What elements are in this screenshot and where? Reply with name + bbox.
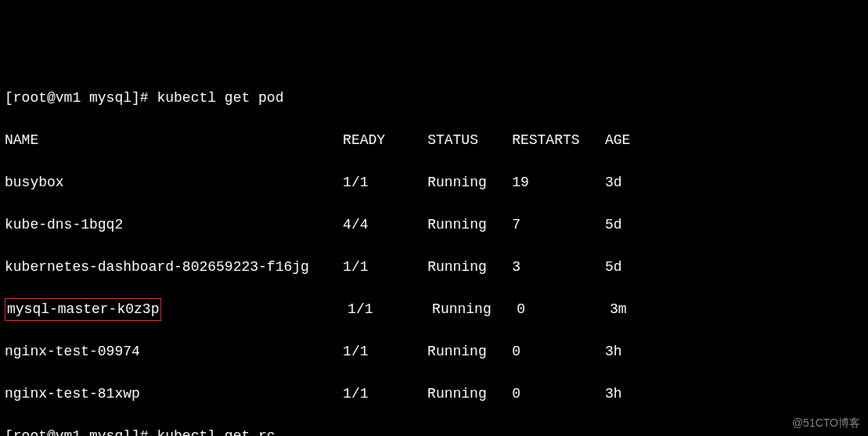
command: kubectl get pod — [157, 90, 283, 106]
pod-status: Running — [432, 301, 492, 317]
col-status: STATUS — [427, 132, 478, 148]
pod-row: mysql-master-k0z3p 1/1 Running 0 3m — [5, 299, 863, 320]
pod-status: Running — [427, 386, 487, 402]
pod-ready: 1/1 — [343, 386, 368, 402]
pod-age: 3h — [605, 386, 622, 402]
pod-ready: 1/1 — [343, 259, 368, 275]
shell-prompt: [root@vm1 mysql]# — [5, 428, 157, 436]
col-ready: READY — [343, 132, 385, 148]
command: kubectl get rc — [157, 428, 275, 436]
pod-age: 3m — [610, 301, 627, 317]
prompt-line-1: [root@vm1 mysql]# kubectl get pod — [5, 88, 863, 109]
pod-restarts: 0 — [512, 386, 520, 402]
pod-name: kubernetes-dashboard-802659223-f16jg — [5, 259, 309, 275]
pod-restarts: 0 — [517, 301, 525, 317]
pod-status: Running — [427, 217, 487, 232]
pod-name: nginx-test-81xwp — [5, 386, 140, 402]
pod-header: NAME READY STATUS RESTARTS AGE — [5, 130, 863, 151]
pod-ready: 1/1 — [348, 301, 373, 317]
col-age: AGE — [605, 132, 630, 148]
pod-age: 5d — [605, 259, 622, 275]
col-restarts: RESTARTS — [512, 132, 579, 148]
pod-row: nginx-test-81xwp 1/1 Running 0 3h — [5, 384, 863, 405]
watermark: @51CTO博客 — [792, 415, 860, 431]
pod-ready: 1/1 — [343, 344, 368, 359]
pod-ready: 1/1 — [343, 175, 368, 190]
pod-row: nginx-test-09974 1/1 Running 0 3h — [5, 341, 863, 362]
prompt-line-2: [root@vm1 mysql]# kubectl get rc — [5, 426, 863, 436]
pod-age: 3h — [605, 344, 622, 359]
pod-restarts: 7 — [512, 217, 520, 232]
col-name: NAME — [5, 132, 38, 148]
shell-prompt: [root@vm1 mysql]# — [5, 90, 157, 106]
pod-restarts: 3 — [512, 259, 520, 275]
pod-status: Running — [427, 344, 487, 359]
pod-status: Running — [427, 259, 487, 275]
pod-restarts: 19 — [512, 175, 529, 190]
pod-status: Running — [427, 175, 487, 190]
pod-row: kubernetes-dashboard-802659223-f16jg 1/1… — [5, 257, 863, 278]
pod-age: 5d — [605, 217, 622, 232]
pod-name: kube-dns-1bgq2 — [5, 217, 123, 232]
pod-name-highlighted: mysql-master-k0z3p — [5, 298, 161, 321]
pod-ready: 4/4 — [343, 217, 368, 232]
pod-row: kube-dns-1bgq2 4/4 Running 7 5d — [5, 214, 863, 236]
pod-name: nginx-test-09974 — [5, 344, 140, 359]
pod-age: 3d — [605, 175, 622, 190]
pod-row: busybox 1/1 Running 19 3d — [5, 172, 863, 193]
pod-name: busybox — [5, 175, 64, 190]
pod-restarts: 0 — [512, 344, 520, 359]
